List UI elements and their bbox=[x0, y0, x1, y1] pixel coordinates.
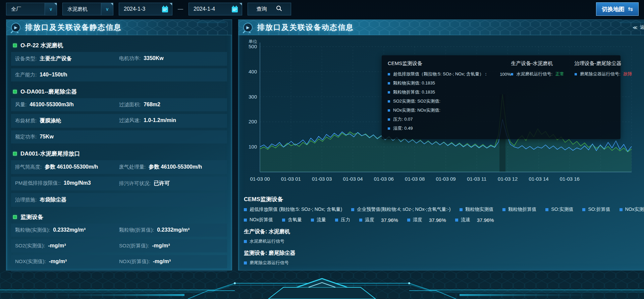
blue-square-icon bbox=[388, 100, 390, 103]
tooltip-row-value: 100% bbox=[500, 72, 511, 77]
main-content: ▶ 排放口及关联设备静态信息 O-P-22 水泥磨机设备类型:主要生产设备电机功… bbox=[0, 18, 644, 271]
info-row: SO2(实测值):-mg/m³SO2(折算值):-mg/m³ bbox=[11, 239, 227, 252]
legend-row-1: 超低排放限值 (颗拉物:5: SOz-; NOx; 含氧量)企业预警值(颗粒物:… bbox=[244, 206, 644, 213]
legend-item-label: 企业预警值(颗粒物:4; sOz-; NOx-;含氧气量:-) bbox=[357, 206, 450, 213]
legend-item-label: SO:实测值 bbox=[551, 206, 573, 213]
calendar-icon[interactable] bbox=[158, 3, 172, 15]
blue-square-icon bbox=[575, 73, 577, 75]
start-date-input[interactable]: 2024-1-3 bbox=[119, 3, 172, 15]
blue-square-icon bbox=[407, 219, 410, 222]
legend-item[interactable]: 磨尾除尘器运行信号 bbox=[244, 260, 644, 266]
info-row: 风量:46100-55300m3/h过滤面积:768m2 bbox=[11, 98, 227, 111]
tooltip-row: 颗粒物实测值: 0.1835 bbox=[388, 80, 511, 86]
info-label: 过滤面积: bbox=[119, 102, 141, 108]
section-title-text: O-P-22 水泥磨机 bbox=[20, 42, 63, 49]
legend-group-title: 监测设备: 磨尾除尘器 bbox=[244, 250, 644, 257]
info-value: 140~150t/h bbox=[40, 72, 67, 78]
legend-item[interactable]: NOx折算值 bbox=[244, 217, 273, 223]
info-label: 排气筒高度: bbox=[15, 164, 42, 170]
info-value: 3350Kw bbox=[144, 55, 164, 61]
legend-item[interactable]: 湿度37.96% bbox=[407, 217, 446, 223]
info-value: -mg/m³ bbox=[153, 258, 171, 264]
info-cell: SO2(折算值):-mg/m³ bbox=[119, 243, 223, 249]
tooltip-row-label: 超低排放限值（颗拉物:5: SOz-; NOx; 含氧量）： bbox=[393, 71, 488, 77]
section-title: O-P-22 水泥磨机 bbox=[10, 38, 228, 52]
chart-tooltip: CEMS监测设备超低排放限值（颗拉物:5: SOz-; NOx; 含氧量）：10… bbox=[382, 55, 621, 139]
blue-square-icon bbox=[388, 91, 390, 94]
end-date-input[interactable]: 2024-1-4 bbox=[189, 3, 242, 15]
blue-square-icon bbox=[351, 208, 354, 211]
chevron-down-icon[interactable]: ∨ bbox=[101, 3, 113, 15]
legend-item[interactable]: 颗粒物折算值 bbox=[502, 206, 536, 213]
query-button[interactable]: 查询 bbox=[248, 3, 291, 15]
legend-item[interactable]: 温度37.96% bbox=[359, 217, 398, 223]
plant-select[interactable]: 全厂 ∨ bbox=[6, 3, 57, 15]
legend-groups: 生产设备: 水泥磨机水泥磨机运行信号监测设备: 磨尾除尘器磨尾除尘器运行信号 bbox=[243, 228, 644, 266]
tooltip-row-label: NOx实测值: NOx实测值: bbox=[393, 107, 440, 113]
calendar-icon[interactable] bbox=[228, 3, 242, 15]
tooltip-row-label: 磨尾除尘器运行信号: bbox=[580, 71, 621, 77]
info-cell: 电机功率:3350Kw bbox=[119, 55, 223, 62]
switch-map-button[interactable]: 切换地图 ⇆ bbox=[596, 2, 639, 16]
legend-item[interactable]: 流量 bbox=[311, 217, 326, 223]
legend-item[interactable]: SO:实测值 bbox=[545, 206, 573, 213]
info-value: -mg/m³ bbox=[49, 258, 67, 264]
legend-item-label: 含氧量 bbox=[288, 217, 302, 223]
tooltip-row-label: 颗粒物折算值: 0.1835 bbox=[393, 89, 435, 95]
section-title: DA001-水泥磨尾排放口 bbox=[10, 146, 228, 160]
svg-text:01-03 04: 01-03 04 bbox=[343, 176, 363, 182]
blue-square-icon bbox=[460, 208, 463, 211]
info-row: 设备类型:主要生产设备电机功率:3350Kw bbox=[11, 52, 227, 66]
back-button[interactable]: ≪ 返回 bbox=[633, 24, 644, 31]
date-range-separator: — bbox=[178, 6, 183, 12]
info-label: 颗粒物(折算值): bbox=[119, 227, 154, 233]
legend-group: 生产设备: 水泥磨机水泥磨机运行信号 bbox=[243, 228, 644, 244]
legend-section-title: CEMS监测设备 bbox=[244, 195, 644, 203]
info-value: 覆膜涤纶 bbox=[40, 117, 61, 124]
legend-item[interactable]: SO:折算值 bbox=[582, 206, 610, 213]
legend-item[interactable]: 含氧量 bbox=[282, 217, 302, 223]
chevron-down-icon[interactable]: ∨ bbox=[45, 3, 57, 15]
play-icon: ▶ bbox=[243, 23, 253, 32]
info-value: 布袋除尘器 bbox=[40, 196, 66, 203]
legend-item-label: 水泥磨机运行信号 bbox=[250, 238, 284, 244]
legend-item-label: NOx实测值 bbox=[625, 206, 644, 213]
blue-square-icon bbox=[388, 127, 390, 130]
back-button-label: 返回 bbox=[640, 24, 644, 31]
legend-item[interactable]: 企业预警值(颗粒物:4; sOz-; NOx-;含氧气量:-) bbox=[351, 206, 450, 213]
green-square-icon bbox=[13, 90, 17, 94]
legend-item[interactable]: 流速37.96% bbox=[455, 217, 494, 223]
search-icon bbox=[276, 5, 282, 13]
info-label: 排污许可状况: bbox=[119, 180, 151, 187]
info-value: -mg/m³ bbox=[152, 243, 170, 249]
legend-item[interactable]: 压力 bbox=[335, 217, 350, 223]
tooltip-row-label: 湿度: 0.49 bbox=[393, 125, 413, 131]
info-cell: 排污许可状况:已许可 bbox=[119, 180, 223, 187]
info-cell: 过滤风速:1.0-1.2m/min bbox=[119, 117, 223, 124]
tooltip-row: SO2实测值: SO2实测值: bbox=[388, 98, 511, 104]
info-cell: NOX(实测值):-mg/m³ bbox=[15, 258, 119, 265]
emissions-line-chart[interactable]: 单位 10020030040050001-03 0001-03 0101-03 … bbox=[243, 37, 644, 193]
info-cell: 风量:46100-55300m3/h bbox=[15, 102, 119, 108]
section-title: 监测设备 bbox=[10, 210, 228, 224]
legend-item[interactable]: 颗粒物实测值 bbox=[460, 206, 493, 213]
legend-item[interactable]: NOx实测值 bbox=[620, 206, 644, 213]
legend-item[interactable]: 超低排放限值 (颗拉物:5: SOz-; NOx; 含氧量) bbox=[244, 206, 342, 213]
legend-item-label: 流速 bbox=[461, 217, 470, 223]
info-value: 参数 46100-55300m/h bbox=[45, 164, 98, 171]
tooltip-column-title: 治理设备-磨尾除尘器 bbox=[575, 60, 632, 67]
legend-item[interactable]: 水泥磨机运行信号 bbox=[244, 238, 644, 244]
blue-square-icon bbox=[359, 219, 362, 222]
info-label: 颗粒物(实测值): bbox=[15, 227, 50, 233]
legend-item-value: 37.96% bbox=[429, 217, 446, 223]
svg-text:01-03 01: 01-03 01 bbox=[281, 176, 301, 182]
static-info-body: O-P-22 水泥磨机设备类型:主要生产设备电机功率:3350Kw生产能力:14… bbox=[6, 35, 232, 272]
tooltip-row: 颗粒物折算值: 0.1835 bbox=[388, 89, 511, 95]
dynamic-panel-header: ▶ 排放口及关联设备动态信息 ≪ 返回 bbox=[238, 20, 644, 35]
device-select[interactable]: 水泥磨机 ∨ bbox=[62, 3, 113, 15]
tooltip-row-label: 颗粒物实测值: 0.1835 bbox=[393, 80, 435, 86]
info-value: 已许可 bbox=[154, 180, 170, 187]
info-value: 10mg/Nm3 bbox=[64, 180, 91, 186]
info-label: 布袋材质: bbox=[15, 118, 37, 124]
info-row: 颗粒物(实测值):0.2332mg/m³颗粒物(折算值):0.2332mg/m³ bbox=[11, 224, 227, 237]
